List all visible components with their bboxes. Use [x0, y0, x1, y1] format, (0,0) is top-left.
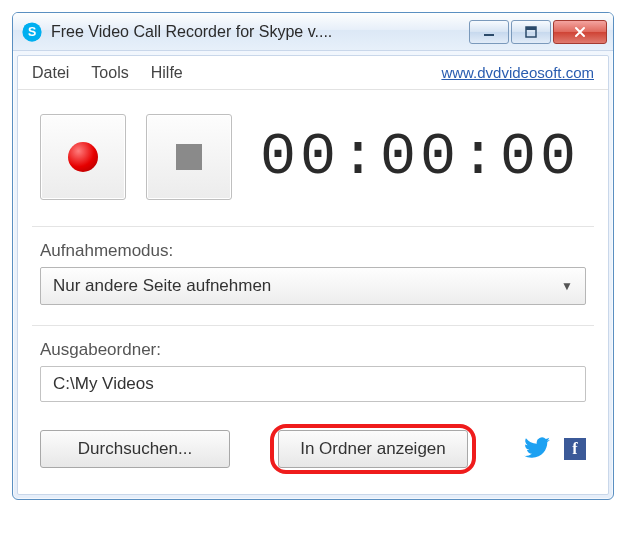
window-controls [469, 20, 607, 44]
button-row: Durchsuchen... In Ordner anzeigen f [18, 406, 608, 494]
website-link[interactable]: www.dvdvideosoft.com [441, 64, 594, 81]
svg-text:S: S [28, 25, 36, 39]
facebook-icon[interactable]: f [564, 438, 586, 460]
record-controls-row: 00:00:00 [18, 90, 608, 226]
annotation-highlight: In Ordner anzeigen [270, 424, 476, 474]
browse-button[interactable]: Durchsuchen... [40, 430, 230, 468]
menubar: Datei Tools Hilfe www.dvdvideosoft.com [18, 56, 608, 90]
menu-help[interactable]: Hilfe [151, 64, 183, 82]
client-area: Datei Tools Hilfe www.dvdvideosoft.com 0… [17, 55, 609, 495]
menu-file[interactable]: Datei [32, 64, 69, 82]
minimize-button[interactable] [469, 20, 509, 44]
mode-selected-value: Nur andere Seite aufnehmen [53, 276, 271, 296]
output-section: Ausgabeordner: C:\My Videos [18, 326, 608, 406]
mode-dropdown[interactable]: Nur andere Seite aufnehmen ▼ [40, 267, 586, 305]
social-links: f [524, 437, 586, 462]
chevron-down-icon: ▼ [561, 279, 573, 293]
twitter-icon[interactable] [524, 437, 550, 462]
output-path-field[interactable]: C:\My Videos [40, 366, 586, 402]
record-button[interactable] [40, 114, 126, 200]
show-in-folder-button[interactable]: In Ordner anzeigen [278, 430, 468, 468]
svg-rect-6 [526, 27, 536, 30]
svg-rect-4 [484, 34, 494, 36]
record-icon [68, 142, 98, 172]
close-button[interactable] [553, 20, 607, 44]
timer-display: 00:00:00 [252, 123, 586, 191]
stop-icon [176, 144, 202, 170]
output-path-value: C:\My Videos [53, 374, 154, 394]
maximize-button[interactable] [511, 20, 551, 44]
app-window: S Free Video Call Recorder for Skype v..… [12, 12, 614, 500]
output-label: Ausgabeordner: [40, 340, 586, 360]
mode-label: Aufnahmemodus: [40, 241, 586, 261]
titlebar[interactable]: S Free Video Call Recorder for Skype v..… [13, 13, 613, 51]
window-title: Free Video Call Recorder for Skype v.... [51, 23, 469, 41]
menu-tools[interactable]: Tools [91, 64, 128, 82]
skype-icon: S [21, 21, 43, 43]
stop-button[interactable] [146, 114, 232, 200]
mode-section: Aufnahmemodus: Nur andere Seite aufnehme… [18, 227, 608, 309]
